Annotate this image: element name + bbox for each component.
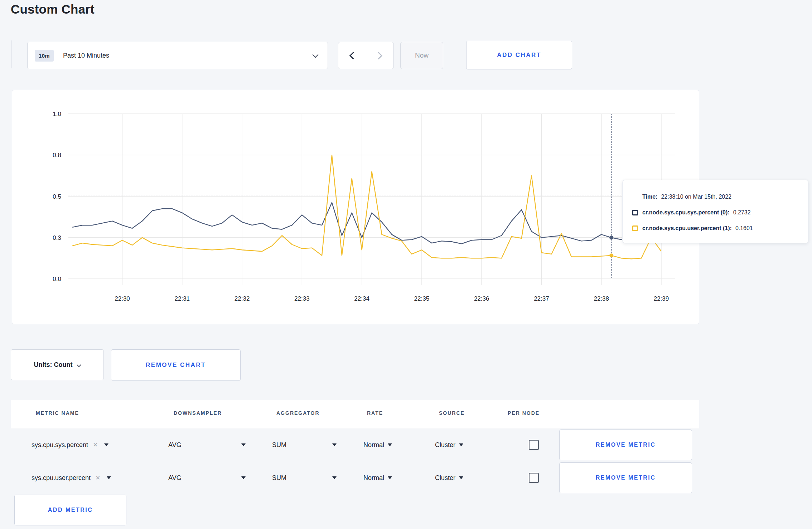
time-window-select[interactable]: 10m Past 10 Minutes: [27, 42, 328, 69]
remove-metric-x-icon[interactable]: ×: [93, 440, 98, 450]
column-header: AGGREGATOR: [276, 410, 320, 416]
tooltip-series-label: cr.node.sys.cpu.sys.percent (0):: [642, 209, 730, 216]
chart-tooltip: Time: 22:38:10 on Mar 15th, 2022 cr.node…: [622, 180, 808, 243]
downsampler-select[interactable]: AVG: [168, 461, 246, 494]
svg-text:22:33: 22:33: [294, 295, 310, 302]
remove-metric-button[interactable]: REMOVE METRIC: [559, 462, 692, 493]
chevron-down-icon: [77, 363, 82, 367]
svg-text:22:39: 22:39: [654, 295, 669, 302]
time-step-group: [338, 42, 394, 69]
metric-table-row: sys.cpu.user.percent × AVG SUM Normal Cl…: [11, 461, 699, 494]
remove-metric-button[interactable]: REMOVE METRIC: [559, 429, 692, 460]
tooltip-time-label: Time:: [642, 194, 657, 200]
chevron-down-icon: [459, 476, 463, 479]
aggregator-select[interactable]: SUM: [272, 461, 337, 494]
metrics-table-header: METRIC NAMEDOWNSAMPLERAGGREGATORRATESOUR…: [11, 400, 699, 428]
svg-text:22:35: 22:35: [414, 295, 430, 302]
tooltip-series-row: cr.node.sys.cpu.sys.percent (0): 0.2732: [632, 205, 808, 220]
chevron-right-icon: [375, 52, 382, 59]
chevron-down-icon: [313, 52, 319, 58]
chevron-down-icon: [332, 476, 337, 479]
user-series-swatch-icon: [632, 225, 638, 231]
chevron-down-icon: [332, 443, 337, 446]
column-header: METRIC NAME: [36, 410, 79, 416]
metric-name-cell: sys.cpu.sys.percent ×: [32, 428, 108, 461]
per-node-checkbox[interactable]: [529, 473, 539, 483]
svg-text:22:36: 22:36: [474, 295, 489, 302]
metric-dropdown-caret-icon[interactable]: [107, 476, 111, 479]
chevron-down-icon: [241, 476, 246, 479]
rate-value: Normal: [363, 441, 384, 449]
column-header: DOWNSAMPLER: [174, 410, 222, 416]
time-window-label: Past 10 Minutes: [63, 52, 109, 59]
chevron-down-icon: [388, 443, 392, 446]
source-select[interactable]: Cluster: [435, 461, 463, 494]
aggregator-value: SUM: [272, 441, 286, 449]
remove-chart-button[interactable]: REMOVE CHART: [111, 349, 241, 381]
column-header: RATE: [367, 410, 383, 416]
column-header: PER NODE: [508, 410, 540, 416]
per-node-cell: [529, 428, 539, 461]
toolbar-divider: [11, 40, 11, 68]
metric-name-value[interactable]: sys.cpu.user.percent: [32, 474, 91, 482]
downsampler-select[interactable]: AVG: [168, 428, 246, 461]
svg-text:22:30: 22:30: [115, 295, 130, 302]
svg-text:1.0: 1.0: [53, 111, 61, 117]
source-value: Cluster: [435, 441, 455, 449]
aggregator-value: SUM: [272, 474, 286, 482]
chevron-down-icon: [388, 476, 392, 479]
svg-text:22:31: 22:31: [175, 295, 190, 302]
svg-text:0.8: 0.8: [53, 152, 61, 159]
svg-text:22:32: 22:32: [235, 295, 250, 302]
svg-text:0.0: 0.0: [53, 276, 61, 282]
source-value: Cluster: [435, 474, 455, 482]
add-chart-button[interactable]: ADD CHART: [466, 41, 572, 69]
rate-value: Normal: [363, 474, 384, 482]
svg-text:22:38: 22:38: [594, 295, 609, 302]
metric-table-row: sys.cpu.sys.percent × AVG SUM Normal Clu…: [11, 428, 699, 461]
metric-dropdown-caret-icon[interactable]: [104, 443, 108, 446]
svg-text:22:37: 22:37: [534, 295, 549, 302]
chevron-down-icon: [241, 443, 246, 446]
downsampler-value: AVG: [168, 441, 182, 449]
page-title: Custom Chart: [11, 2, 95, 16]
svg-text:0.3: 0.3: [53, 234, 61, 241]
next-time-button[interactable]: [366, 42, 394, 69]
tooltip-time-row: Time: 22:38:10 on Mar 15th, 2022: [632, 189, 808, 205]
rate-select[interactable]: Normal: [363, 428, 392, 461]
tooltip-series-value: 0.2732: [733, 209, 751, 216]
svg-text:0.5: 0.5: [53, 193, 61, 200]
rate-select[interactable]: Normal: [363, 461, 392, 494]
timeseries-chart[interactable]: 1.00.80.50.30.022:3022:3122:3222:3322:34…: [12, 90, 699, 324]
column-header: SOURCE: [439, 410, 465, 416]
chevron-left-icon: [349, 52, 357, 59]
add-metric-button[interactable]: ADD METRIC: [14, 495, 126, 525]
units-label: Units: Count: [34, 361, 73, 369]
tooltip-time-value: 22:38:10 on Mar 15th, 2022: [661, 194, 731, 200]
tooltip-series-row: cr.node.sys.cpu.user.percent (1): 0.1601: [632, 220, 808, 236]
aggregator-select[interactable]: SUM: [272, 428, 337, 461]
source-select[interactable]: Cluster: [435, 428, 463, 461]
downsampler-value: AVG: [168, 474, 182, 482]
tooltip-series-value: 0.1601: [735, 225, 753, 232]
now-button[interactable]: Now: [400, 42, 443, 69]
per-node-checkbox[interactable]: [529, 440, 539, 450]
time-window-badge: 10m: [35, 50, 54, 62]
prev-time-button[interactable]: [338, 42, 366, 69]
units-select[interactable]: Units: Count: [11, 349, 104, 380]
svg-text:22:34: 22:34: [354, 295, 369, 302]
remove-metric-x-icon[interactable]: ×: [96, 473, 100, 482]
chart-panel: 1.00.80.50.30.022:3022:3122:3222:3322:34…: [12, 90, 699, 324]
sys-series-swatch-icon: [632, 210, 638, 215]
chevron-down-icon: [459, 443, 463, 446]
tooltip-series-label: cr.node.sys.cpu.user.percent (1):: [642, 225, 732, 232]
metric-name-value[interactable]: sys.cpu.sys.percent: [32, 441, 88, 449]
per-node-cell: [529, 461, 539, 494]
metric-name-cell: sys.cpu.user.percent ×: [32, 461, 111, 494]
